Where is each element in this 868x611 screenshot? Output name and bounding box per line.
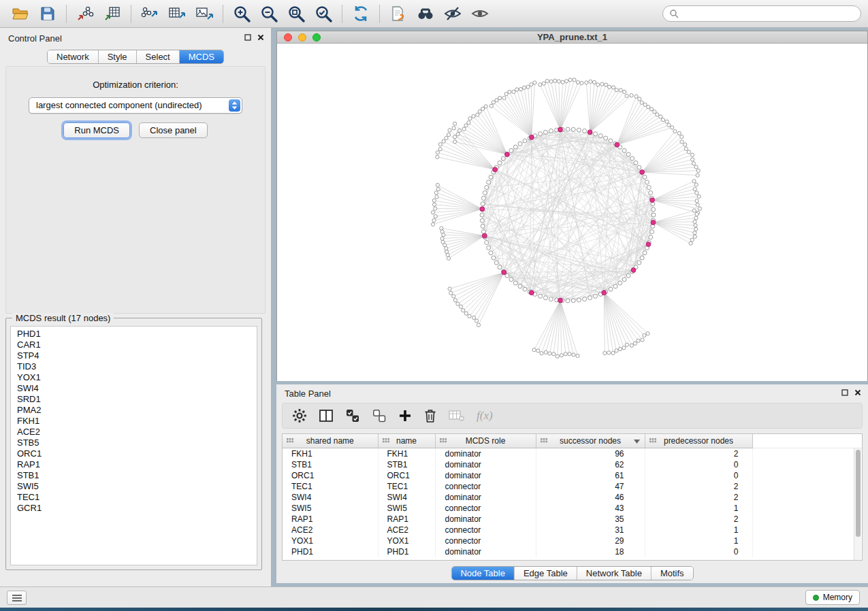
dropdown-stepper-icon xyxy=(229,99,240,112)
table-row[interactable]: RAP1RAP1dominator352 xyxy=(283,514,863,525)
float-panel-icon[interactable] xyxy=(244,34,251,41)
tab-network[interactable]: Network xyxy=(48,50,99,63)
table-scrollbar-thumb[interactable] xyxy=(856,450,861,537)
table-row[interactable]: PHD1PHD1dominator180 xyxy=(283,546,863,557)
table-cell: 61 xyxy=(536,470,645,481)
add-row-icon[interactable] xyxy=(398,409,412,423)
export-network-button[interactable] xyxy=(136,2,163,25)
tab-motifs[interactable]: Motifs xyxy=(652,567,693,580)
table-scrollbar[interactable] xyxy=(854,448,861,560)
share-document-button[interactable] xyxy=(385,2,412,25)
search-box[interactable] xyxy=(662,5,861,22)
table-row[interactable]: TEC1TEC1connector472 xyxy=(283,481,863,492)
mcds-result-item[interactable]: YOX1 xyxy=(11,372,257,383)
table-cell: ORC1 xyxy=(283,470,378,481)
window-zoom-button[interactable] xyxy=(312,33,321,42)
mcds-result-item[interactable]: RAP1 xyxy=(11,459,257,470)
cytoscape-app-window: Control Panel Network Style Select MCDS … xyxy=(0,0,868,608)
table-row[interactable]: ACE2ACE2connector311 xyxy=(283,525,863,535)
zoom-out-button[interactable] xyxy=(255,2,283,25)
mcds-result-list[interactable]: PHD1CAR1STP4TID3YOX1SWI4SRD1PMA2FKH1ACE2… xyxy=(10,326,257,565)
mcds-result-item[interactable]: GCR1 xyxy=(11,503,257,514)
export-table-button[interactable] xyxy=(163,2,191,25)
mcds-result-item[interactable]: STB1 xyxy=(11,470,257,481)
column-header-shared-name[interactable]: shared name xyxy=(283,434,378,448)
network-window-titlebar[interactable]: YPA_prune.txt_1 xyxy=(277,31,867,44)
column-header-mcds-role[interactable]: MCDS role xyxy=(435,434,536,448)
mcds-result-item[interactable]: SWI5 xyxy=(11,481,257,492)
tab-style[interactable]: Style xyxy=(99,50,137,63)
table-cell: connector xyxy=(435,525,536,535)
mcds-result-item[interactable]: SWI4 xyxy=(11,383,257,394)
tab-mcds[interactable]: MCDS xyxy=(180,50,223,63)
table-row[interactable]: SWI5SWI5connector431 xyxy=(283,503,863,514)
network-canvas[interactable] xyxy=(277,44,867,381)
mcds-result-item[interactable]: STB5 xyxy=(11,437,257,448)
table-row[interactable]: ORC1ORC1dominator610 xyxy=(283,470,863,481)
float-panel-icon[interactable] xyxy=(841,389,848,396)
table-cell: ACE2 xyxy=(378,525,435,535)
mcds-result-item[interactable]: CAR1 xyxy=(11,340,257,350)
export-image-button[interactable] xyxy=(191,2,218,25)
table-cell: 43 xyxy=(536,503,645,514)
select-all-icon[interactable] xyxy=(345,409,360,423)
unselect-all-icon[interactable] xyxy=(372,409,387,423)
mcds-result-item[interactable]: PMA2 xyxy=(11,405,257,416)
search-icon xyxy=(669,9,679,18)
open-folder-button[interactable] xyxy=(7,2,34,25)
gear-icon[interactable] xyxy=(292,408,307,423)
table-row[interactable]: SWI4SWI4dominator462 xyxy=(283,492,863,503)
refresh-view-button[interactable] xyxy=(347,2,374,25)
close-panel-button[interactable]: Close panel xyxy=(139,122,208,138)
window-close-button[interactable] xyxy=(284,33,292,42)
table-cell: 46 xyxy=(536,492,645,503)
mcds-result-item[interactable]: TID3 xyxy=(11,361,257,372)
hide-details-button[interactable] xyxy=(439,2,466,25)
close-panel-icon[interactable] xyxy=(854,389,861,396)
zoom-fit-button[interactable] xyxy=(283,2,310,25)
tab-network-table[interactable]: Network Table xyxy=(577,567,652,580)
save-session-button[interactable] xyxy=(34,2,61,25)
zoom-selected-button[interactable] xyxy=(310,2,337,25)
mcds-result-item[interactable]: FKH1 xyxy=(11,416,257,427)
trash-icon[interactable] xyxy=(423,408,437,423)
table-row[interactable]: FKH1FKH1dominator962 xyxy=(283,448,863,459)
column-header-successor-nodes[interactable]: successor nodes xyxy=(536,434,645,448)
mcds-result-item[interactable]: ACE2 xyxy=(11,427,257,437)
column-header-name[interactable]: name xyxy=(378,434,435,448)
search-network-button[interactable] xyxy=(412,2,439,25)
table-cell: dominator xyxy=(435,448,536,459)
close-panel-icon[interactable] xyxy=(257,34,264,41)
import-table-icon xyxy=(103,5,121,22)
sort-caret-icon[interactable] xyxy=(634,440,640,444)
mcds-result-title: MCDS result (17 nodes) xyxy=(12,313,114,323)
mcds-result-item[interactable]: SRD1 xyxy=(11,394,257,405)
import-network-button[interactable] xyxy=(71,2,99,25)
zoom-in-button[interactable] xyxy=(228,2,255,25)
criterion-dropdown[interactable]: largest connected component (undirected) xyxy=(29,97,242,114)
mcds-result-item[interactable]: ORC1 xyxy=(11,448,257,459)
column-header-predecessor-nodes[interactable]: predecessor nodes xyxy=(645,434,752,448)
table-row[interactable]: STB1STB1dominator620 xyxy=(283,459,863,470)
column-label: predecessor nodes xyxy=(664,436,733,446)
table-row[interactable]: YOX1YOX1connector291 xyxy=(283,535,863,546)
zoom-fit-icon xyxy=(287,5,306,23)
task-history-button[interactable] xyxy=(7,591,27,605)
table-cell: PHD1 xyxy=(283,546,378,557)
run-mcds-button[interactable]: Run MCDS xyxy=(63,122,130,138)
mcds-result-item[interactable]: STP4 xyxy=(11,350,257,361)
window-minimize-button[interactable] xyxy=(298,33,306,42)
show-columns-icon[interactable] xyxy=(319,409,334,423)
memory-button[interactable]: Memory xyxy=(805,590,860,605)
import-table-button[interactable] xyxy=(99,2,126,25)
mcds-result-item[interactable]: PHD1 xyxy=(11,329,257,340)
toolbar-separator xyxy=(342,5,342,23)
tab-node-table[interactable]: Node Table xyxy=(451,567,515,580)
column-label: shared name xyxy=(306,436,354,446)
show-details-button[interactable] xyxy=(466,2,494,25)
mcds-result-group: MCDS result (17 nodes) PHD1CAR1STP4TID3Y… xyxy=(5,318,262,570)
mcds-result-item[interactable]: TEC1 xyxy=(11,492,257,503)
tab-select[interactable]: Select xyxy=(137,50,180,63)
tab-edge-table[interactable]: Edge Table xyxy=(515,567,577,580)
search-input[interactable] xyxy=(682,9,854,18)
